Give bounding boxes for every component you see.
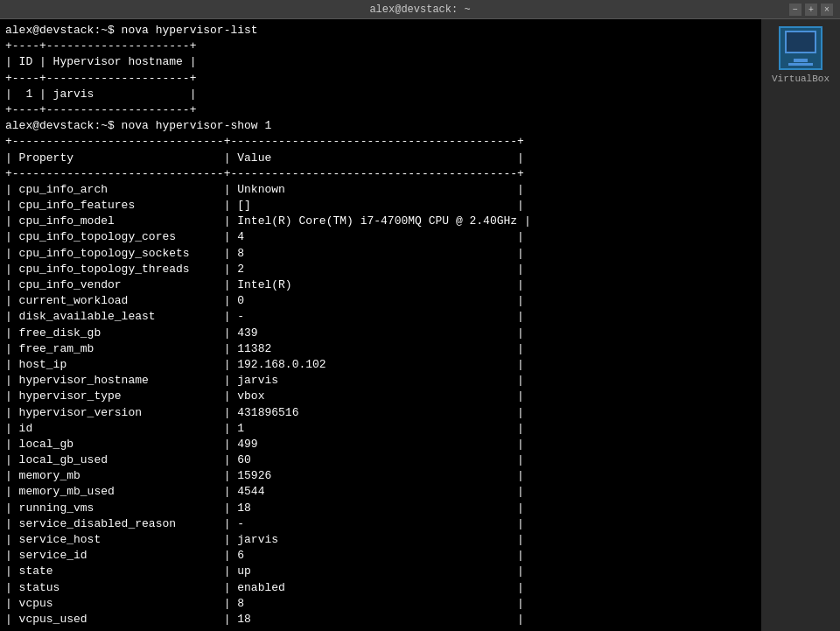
window-title: alex@devstack: ~	[283, 4, 558, 16]
virtualbox-icon	[779, 26, 822, 70]
vm-graphic	[781, 31, 820, 66]
minimize-button[interactable]: −	[789, 4, 802, 16]
sidebar: VirtualBox	[761, 19, 840, 631]
vm-screen	[785, 31, 816, 53]
title-bar: alex@devstack: ~ − + ×	[0, 0, 840, 19]
window-controls: − + ×	[789, 4, 833, 16]
terminal[interactable]: alex@devstack:~$ nova hypervisor-list +-…	[0, 19, 761, 631]
terminal-output: alex@devstack:~$ nova hypervisor-list +-…	[5, 23, 756, 631]
vm-base	[788, 63, 813, 66]
virtualbox-label: VirtualBox	[772, 74, 830, 84]
close-button[interactable]: ×	[821, 4, 833, 16]
maximize-button[interactable]: +	[805, 4, 817, 16]
main-container: alex@devstack:~$ nova hypervisor-list +-…	[0, 19, 840, 631]
vm-stand	[794, 59, 808, 62]
